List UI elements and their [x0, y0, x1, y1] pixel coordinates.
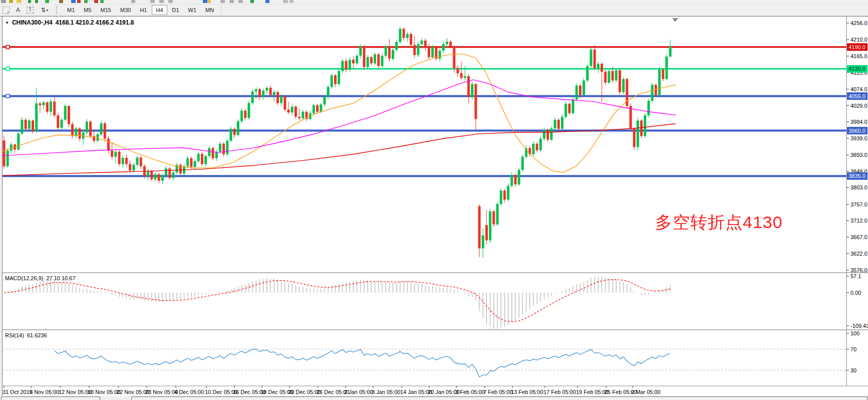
- svg-text:12 Nov 05:00: 12 Nov 05:00: [59, 389, 91, 395]
- toolbar-icon-fragment: [238, 0, 243, 3]
- toolbar-icon-fragment: [35, 0, 38, 3]
- svg-text:2 Jan 05:00: 2 Jan 05:00: [344, 389, 373, 395]
- svg-text:3 Feb 05:00: 3 Feb 05:00: [455, 389, 485, 395]
- timeframe-button-h1[interactable]: H1: [136, 5, 151, 15]
- toolbar-icon-fragment: [1, 0, 6, 3]
- svg-text:4165.0: 4165.0: [850, 53, 867, 59]
- toolbar-icon-fragment: [159, 0, 164, 3]
- toolbar-icon-fragment: [77, 0, 81, 3]
- chart-left-frame: [0, 17, 3, 396]
- toolbar-drag-handle[interactable]: [56, 6, 59, 14]
- svg-text:28 Nov 05:00: 28 Nov 05:00: [145, 389, 178, 395]
- macd-name: MACD(12,26,9): [5, 275, 43, 281]
- rsi-name: RSI(14): [5, 332, 24, 338]
- svg-text:100: 100: [850, 330, 859, 336]
- svg-text:4 Dec 05:00: 4 Dec 05:00: [174, 389, 204, 395]
- toolbar-icon-fragment: [207, 0, 211, 3]
- toolbar-icon-fragment: [168, 0, 173, 3]
- timeframe-button-m1[interactable]: M1: [63, 5, 79, 15]
- svg-text:22 Nov 05:00: 22 Nov 05:00: [117, 389, 149, 395]
- line-handle[interactable]: [6, 67, 10, 71]
- svg-text:4190.0: 4190.0: [848, 44, 865, 50]
- chevron-down-icon: ▾: [47, 8, 49, 13]
- timeframe-button-d1[interactable]: D1: [168, 5, 183, 15]
- timeframe-button-m5[interactable]: M5: [80, 5, 95, 15]
- svg-text:0.00: 0.00: [850, 290, 861, 296]
- svg-text:-109.43: -109.43: [850, 323, 868, 329]
- rsi-value: 61.6236: [27, 332, 47, 338]
- svg-text:4130.0: 4130.0: [848, 66, 865, 72]
- text-box-icon: T: [27, 7, 34, 14]
- toolbar-icon-fragment: [71, 0, 76, 3]
- svg-text:3712.0: 3712.0: [850, 218, 867, 224]
- toolbar-icon-fragment: [100, 0, 104, 3]
- ohlc-readout: 4168.1 4210.2 4166.2 4191.8: [56, 19, 134, 26]
- svg-text:3893.0: 3893.0: [850, 152, 867, 158]
- timeframe-buttons: M1M5M15M30H1H4D1W1MN: [63, 5, 218, 15]
- svg-text:30: 30: [850, 367, 856, 373]
- svg-text:3960.0: 3960.0: [848, 128, 865, 134]
- svg-text:3622.0: 3622.0: [850, 251, 867, 257]
- collapse-arrow-icon[interactable]: ▼: [5, 21, 9, 25]
- toolbar-icon-fragment: [59, 0, 63, 3]
- svg-text:4029.0: 4029.0: [850, 103, 867, 109]
- timeframe-button-w1[interactable]: W1: [184, 5, 201, 15]
- timeframe-button-mn[interactable]: MN: [201, 5, 218, 15]
- text-label-icon: A: [16, 7, 20, 14]
- text-label-tool-button[interactable]: A: [12, 5, 24, 15]
- svg-text:3576.0: 3576.0: [850, 267, 867, 273]
- toolbar-icon-fragment: [150, 0, 155, 3]
- svg-text:3757.0: 3757.0: [850, 202, 867, 208]
- svg-text:4210.0: 4210.0: [850, 37, 867, 43]
- chart-window: 4256.04210.04165.04120.04074.04029.03984…: [0, 16, 868, 396]
- svg-text:3835.0: 3835.0: [848, 173, 865, 179]
- svg-text:31 Oct 2019: 31 Oct 2019: [3, 389, 33, 395]
- docking-handle-icon[interactable]: F: [0, 5, 12, 15]
- toolbar-icon-fragment: [45, 0, 49, 3]
- toolbar-separator: [221, 6, 221, 15]
- svg-text:4074.0: 4074.0: [850, 86, 867, 92]
- svg-text:6 Nov 05:00: 6 Nov 05:00: [30, 389, 59, 395]
- toolbar-icon-fragment: [94, 0, 98, 3]
- line-handle[interactable]: [6, 94, 10, 98]
- arrows-icon: ⇅: [41, 7, 46, 14]
- toolbar-icon-fragment: [17, 0, 22, 3]
- timeframe-button-m15[interactable]: M15: [97, 5, 115, 15]
- svg-text:3803.0: 3803.0: [850, 184, 867, 190]
- arrows-tool-button[interactable]: ⇅ ▾: [36, 5, 53, 15]
- grid-tool-icon: F: [3, 7, 10, 14]
- toolbar-icon-fragment: [265, 0, 269, 3]
- chart-text-annotation[interactable]: 多空转折点4130: [655, 211, 783, 234]
- rsi-indicator-label: RSI(14) 61.6236: [5, 332, 47, 338]
- svg-text:4055.0: 4055.0: [848, 93, 865, 99]
- toolbar-icon-fragment: [229, 0, 234, 3]
- timeframe-button-h4[interactable]: H4: [152, 5, 167, 15]
- toolbar-icon-fragment: [220, 0, 225, 3]
- svg-text:3667.0: 3667.0: [850, 234, 867, 240]
- svg-text:4256.0: 4256.0: [850, 20, 867, 26]
- toolbar-icon-fragment: [250, 0, 254, 3]
- svg-text:3939.0: 3939.0: [850, 135, 867, 141]
- text-box-tool-button[interactable]: T: [24, 5, 36, 15]
- chart-canvas[interactable]: 4256.04210.04165.04120.04074.04029.03984…: [0, 17, 868, 396]
- bottom-panel-edge: [1, 396, 100, 400]
- svg-text:7 Feb 05:00: 7 Feb 05:00: [483, 389, 513, 395]
- svg-text:18 Nov 05:00: 18 Nov 05:00: [88, 389, 120, 395]
- timeframe-button-m30[interactable]: M30: [116, 5, 135, 15]
- bottom-panel-edge: [131, 396, 867, 400]
- chart-title: ▼ CHINA300-,H4 4168.1 4210.2 4166.2 4191…: [5, 19, 134, 26]
- line-handle[interactable]: [6, 45, 10, 49]
- svg-text:57.1: 57.1: [850, 273, 861, 279]
- svg-text:17 Feb 05:00: 17 Feb 05:00: [543, 389, 576, 395]
- toolbar-icon-fragment: [290, 0, 294, 3]
- chart-toolbar: F A T ⇅ ▾ M1M5M15M30H1H4D1W1MN: [0, 5, 868, 16]
- macd-values: 27.10 10.67: [46, 275, 75, 281]
- symbol-period-label: CHINA300-,H4: [12, 19, 53, 26]
- svg-text:2 Mar 05:00: 2 Mar 05:00: [631, 389, 661, 395]
- toolbar-icon-fragment: [84, 0, 88, 3]
- toolbar-icon-fragment: [203, 0, 207, 3]
- clipped-bottom-bar: [0, 396, 868, 400]
- toolbar-icon-fragment: [9, 0, 13, 3]
- toolbar-icon-fragment: [131, 0, 135, 3]
- macd-indicator-label: MACD(12,26,9) 27.10 10.67: [5, 275, 76, 281]
